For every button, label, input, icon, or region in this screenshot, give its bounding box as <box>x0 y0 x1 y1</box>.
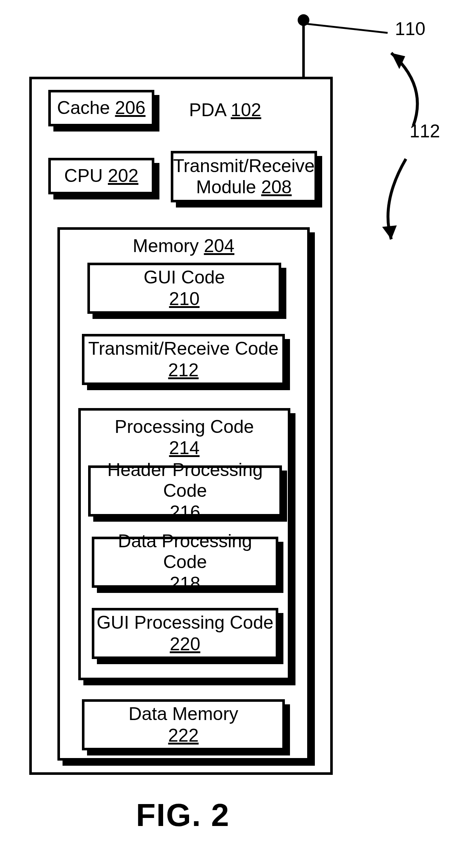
pda-num: 102 <box>231 100 261 120</box>
memory-label: Memory <box>133 236 199 256</box>
tr-module-row2: Module 208 <box>196 177 291 198</box>
gui-code-label: GUI Code <box>144 267 225 288</box>
tr-module-box: Transmit/Receive Module 208 <box>171 151 317 202</box>
cache-label: Cache <box>57 98 110 118</box>
cpu-num: 202 <box>108 165 138 186</box>
proc-title: Processing Code 214 <box>81 416 288 458</box>
diagram-canvas: 110 112 PDA 102 Cache 206 CPU 202 Transm… <box>0 0 456 868</box>
pda-label: PDA <box>189 100 226 120</box>
gui-code-box: GUI Code 210 <box>87 263 281 314</box>
cache-row: Cache 206 <box>57 98 146 119</box>
ref-arrows-112: 112 <box>410 121 440 142</box>
memory-num: 204 <box>204 236 234 256</box>
memory-title: Memory 204 <box>60 235 307 256</box>
data-proc-num: 218 <box>170 573 200 594</box>
tr-code-box: Transmit/Receive Code 212 <box>82 334 285 385</box>
header-proc-box: Header Processing Code 216 <box>88 465 282 517</box>
tr-code-label: Transmit/Receive Code <box>88 338 279 359</box>
processing-code-box: Processing Code 214 Header Processing Co… <box>78 408 290 680</box>
figure-label: FIG. 2 <box>0 796 366 834</box>
data-proc-label: Data Processing Code <box>94 531 276 573</box>
cache-box: Cache 206 <box>48 90 154 126</box>
cpu-label: CPU <box>64 165 103 186</box>
gui-proc-num: 220 <box>170 633 200 655</box>
data-mem-label: Data Memory <box>128 704 238 725</box>
data-proc-box: Data Processing Code 218 <box>92 537 278 588</box>
proc-num: 214 <box>169 438 199 458</box>
cpu-row: CPU 202 <box>64 165 139 187</box>
tr-module-num: 208 <box>261 177 291 197</box>
tr-code-num: 212 <box>168 359 199 381</box>
tr-module-label: Transmit/Receive <box>173 156 314 177</box>
header-proc-label: Header Processing Code <box>91 460 279 502</box>
ref-antenna-110: 110 <box>395 18 425 39</box>
pda-title: PDA 102 <box>189 99 261 121</box>
gui-proc-label: GUI Processing Code <box>97 612 274 633</box>
memory-box: Memory 204 GUI Code 210 Transmit/Receive… <box>57 227 310 761</box>
header-proc-num: 216 <box>170 502 200 523</box>
proc-label: Processing Code <box>115 416 254 437</box>
gui-proc-box: GUI Processing Code 220 <box>92 608 278 659</box>
gui-code-num: 210 <box>169 288 199 309</box>
data-mem-num: 222 <box>168 725 199 746</box>
pda-box: PDA 102 Cache 206 CPU 202 Transmit/Recei… <box>29 77 333 775</box>
cpu-box: CPU 202 <box>48 158 154 194</box>
cache-num: 206 <box>115 98 146 118</box>
data-memory-box: Data Memory 222 <box>82 699 285 750</box>
